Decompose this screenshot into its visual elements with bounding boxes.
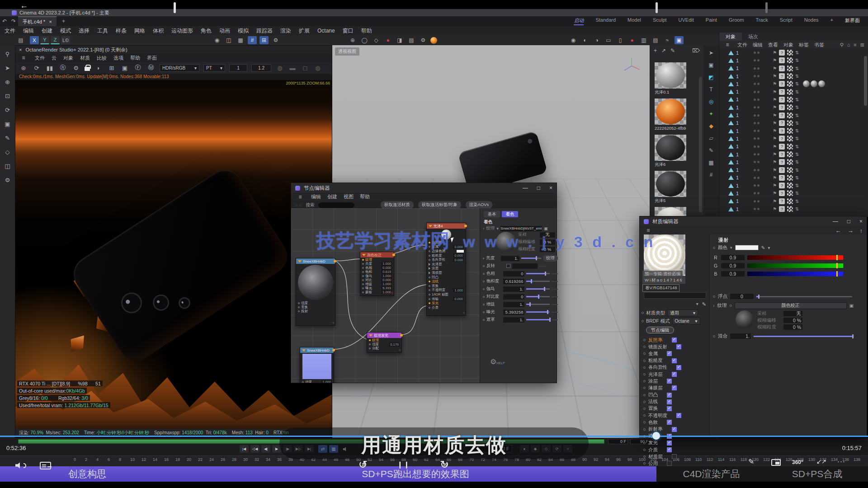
workspace-tab[interactable]: Track: [756, 17, 768, 25]
node-param-row[interactable]: 介质: [427, 305, 466, 310]
octane-render-view[interactable]: 2000*1135 ZOOM:66.66 RTX 4070 Ti ... [DT…: [15, 80, 332, 429]
material-item[interactable]: 光泽0.1: [655, 62, 686, 95]
flag-tag-icon[interactable]: ⚑: [773, 168, 777, 173]
flag-tag-icon[interactable]: ⚑: [773, 81, 777, 86]
tool-icon[interactable]: ➤: [3, 64, 12, 72]
material-channel-row[interactable]: 置换: [640, 405, 709, 412]
flag-tag-icon[interactable]: ⚑: [773, 152, 777, 157]
panel-icon[interactable]: ≡: [854, 42, 856, 48]
channel-checkbox[interactable]: [676, 344, 681, 349]
invert-checkbox[interactable]: [506, 264, 510, 268]
node-output-port[interactable]: [334, 260, 335, 263]
texture-button[interactable]: [552, 289, 558, 290]
texture-tag-icon[interactable]: [787, 73, 793, 79]
toolbar-icon[interactable]: ▤: [407, 36, 416, 44]
tool-icon[interactable]: ⊡: [3, 92, 12, 100]
material-tool-icon[interactable]: ↗: [661, 47, 666, 54]
object-row[interactable]: 1 ⚑ ? ⇅: [719, 103, 868, 111]
tool-icon[interactable]: ⚙: [3, 176, 12, 184]
octane-tool-icon[interactable]: ⚙: [71, 64, 80, 72]
texture-tag-icon[interactable]: [787, 198, 793, 204]
object-row[interactable]: 1 ⚑ ? ⇅: [719, 197, 868, 205]
workspace-tab[interactable]: Standard: [595, 17, 616, 25]
toolbar-icon[interactable]: ▤: [651, 36, 660, 44]
rgb-channel-row[interactable]: R 0.9: [713, 254, 843, 261]
object-tags[interactable]: ⚑ ? ⇅: [773, 113, 799, 118]
menu-item[interactable]: Octane: [317, 28, 335, 34]
texture-button[interactable]: [552, 312, 558, 313]
toolbar-icon[interactable]: ⊞: [259, 36, 269, 44]
tab-close-icon[interactable]: ×: [49, 19, 52, 24]
visibility-dots[interactable]: [754, 67, 760, 70]
more-button[interactable]: ···: [837, 457, 845, 465]
question-tag-icon[interactable]: ?: [779, 113, 785, 118]
question-tag-icon[interactable]: ?: [779, 57, 785, 63]
rgb-channel-row[interactable]: G 0.9: [713, 263, 843, 269]
texture-tag-icon[interactable]: [787, 136, 793, 141]
workspace-tab[interactable]: Paint: [706, 17, 717, 25]
material-channel-row[interactable]: 不透明度: [640, 412, 709, 419]
menu-item[interactable]: 选择: [79, 27, 90, 35]
param-slider[interactable]: [526, 288, 550, 290]
object-tags[interactable]: ⚑ ? ⇅: [773, 167, 799, 173]
workspace-tab[interactable]: Groom: [729, 17, 744, 25]
question-tag-icon[interactable]: ?: [779, 198, 785, 204]
object-row[interactable]: 1 ⚑ ? ⇅: [719, 119, 868, 127]
sync-tag-icon[interactable]: ⇅: [795, 152, 799, 157]
node-texture-1[interactable]: SneeXBHnbD 强度变换投射 ⁘: [296, 258, 335, 326]
workspace-tab[interactable]: +: [830, 17, 833, 25]
toolbar-icon[interactable]: ●: [430, 37, 437, 44]
visibility-dots[interactable]: [754, 200, 760, 202]
channel-checkbox[interactable]: [676, 413, 681, 418]
param-slider[interactable]: [526, 296, 550, 297]
octane-tool-icon[interactable]: ⊞: [107, 64, 116, 72]
rewind-10-button[interactable]: ↺10: [359, 458, 368, 471]
object-row[interactable]: 1 ⚑ ? ⇅: [719, 80, 868, 88]
question-tag-icon[interactable]: ?: [779, 120, 785, 126]
texture-button[interactable]: [552, 319, 558, 320]
object-row[interactable]: 1 ⚑ ? ⇅: [719, 72, 868, 80]
material-tool-icon[interactable]: ✎: [670, 47, 675, 54]
flag-tag-icon[interactable]: ⚑: [773, 66, 777, 71]
material-channel-row[interactable]: 凹凸: [640, 392, 709, 399]
material-channel-row[interactable]: 色散: [640, 419, 709, 426]
texture-tag-icon[interactable]: [787, 89, 793, 95]
octane-tool-icon[interactable]: ▬: [288, 64, 297, 72]
texture-button[interactable]: 纹理: [543, 255, 558, 262]
object-tags[interactable]: ⚑ ? ⇅: [773, 89, 799, 95]
visibility-dots[interactable]: [754, 184, 760, 187]
flag-tag-icon[interactable]: ⚑: [773, 105, 777, 110]
menu-item[interactable]: 网格: [134, 27, 145, 35]
flag-tag-icon[interactable]: ⚑: [773, 74, 777, 79]
pause-button[interactable]: ❙❙: [397, 460, 410, 469]
tool-icon[interactable]: ▣: [3, 120, 12, 128]
question-tag-icon[interactable]: ?: [779, 81, 785, 87]
texture-tag-icon[interactable]: [787, 120, 793, 126]
node-param-row[interactable]: 粗糙度0.000: [427, 253, 466, 258]
shader-param-row[interactable]: 对比度 0: [483, 294, 558, 300]
workspace-tab[interactable]: Nodes: [804, 17, 819, 25]
flag-tag-icon[interactable]: ⚑: [773, 175, 777, 180]
undo-icon[interactable]: ↶: [0, 17, 9, 25]
chevron-down-icon[interactable]: ▾: [768, 245, 770, 250]
mix-field[interactable]: 1.: [730, 333, 751, 339]
tool-icon[interactable]: ⊕: [3, 78, 12, 86]
trash-icon[interactable]: ⌦: [692, 47, 700, 54]
object-tags[interactable]: ⚑ ? ⇅: [773, 73, 799, 79]
object-tags[interactable]: ⚑ ? ⇅: [773, 136, 799, 141]
object-row[interactable]: 1 ⚑ ? ⇅: [719, 88, 868, 95]
menu-item[interactable]: 创建: [42, 27, 52, 35]
node-param-row[interactable]: 各向异性0.000: [427, 258, 466, 262]
sync-tag-icon[interactable]: ⇅: [795, 58, 799, 63]
sync-tag-icon[interactable]: ⇅: [795, 136, 799, 141]
node-texture-emission[interactable]: 纹理发光 纹理强度0.179分配 ⁘: [367, 332, 402, 353]
texture-button[interactable]: [552, 304, 558, 305]
sync-tag-icon[interactable]: ⇅: [795, 128, 799, 133]
material-channel-row[interactable]: 光泽层: [640, 371, 709, 378]
sync-tag-icon[interactable]: ⇅: [795, 97, 799, 102]
region-field[interactable]: 1.2: [251, 64, 271, 72]
axis-lock-button[interactable]: Y: [40, 36, 49, 44]
pip-button[interactable]: [771, 459, 781, 466]
node-editor-action-button[interactable]: 获取激活标签/对象: [418, 201, 461, 209]
node-editor-action-button[interactable]: 渲染AOVs: [466, 201, 493, 209]
